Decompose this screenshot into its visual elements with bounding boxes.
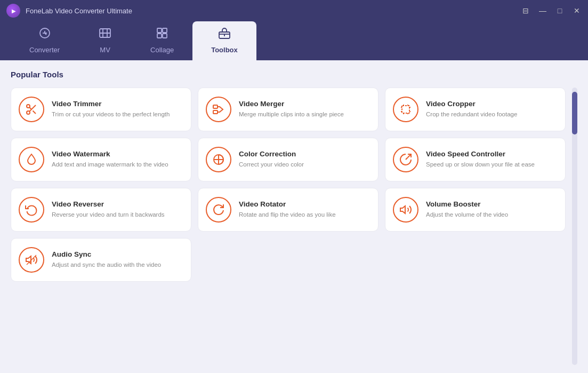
titlebar: FoneLab Video Converter Ultimate ⊟ — □ ✕ — [0, 0, 588, 21]
tool-card-volume-booster[interactable]: Volume Booster Adjust the volume of the … — [385, 188, 566, 232]
svg-rect-5 — [163, 34, 167, 38]
converter-label: Converter — [29, 46, 60, 54]
audio-sync-info: Audio Sync Adjust and sync the audio wit… — [52, 250, 183, 269]
captions-button[interactable]: ⊟ — [521, 6, 530, 15]
svg-rect-4 — [157, 34, 162, 38]
tools-grid: Video Trimmer Trim or cut your videos to… — [11, 88, 570, 365]
tab-toolbox[interactable]: Toolbox — [192, 21, 256, 60]
video-rotator-name: Video Rotator — [239, 200, 370, 208]
svg-rect-10 — [213, 110, 218, 114]
color-correction-info: Color Correction Correct your video colo… — [239, 150, 370, 169]
app-logo — [6, 4, 20, 18]
tool-card-video-watermark[interactable]: Video Watermark Add text and image water… — [11, 138, 191, 181]
converter-icon — [38, 27, 51, 43]
collage-icon — [156, 27, 168, 43]
video-watermark-info: Video Watermark Add text and image water… — [52, 150, 183, 169]
video-trimmer-info: Video Trimmer Trim or cut your videos to… — [52, 100, 183, 118]
video-speed-controller-desc: Speed up or slow down your file at ease — [426, 160, 558, 169]
tool-card-video-merger[interactable]: Video Merger Merge multiple clips into a… — [198, 88, 378, 131]
tools-area: Video Trimmer Trim or cut your videos to… — [11, 88, 577, 365]
svg-point-8 — [27, 111, 30, 114]
volume-booster-name: Volume Booster — [426, 200, 558, 208]
video-watermark-icon — [19, 147, 44, 172]
mv-label: MV — [100, 46, 110, 54]
svg-rect-9 — [213, 105, 218, 108]
tool-card-video-rotator[interactable]: Video Rotator Rotate and flip the video … — [198, 188, 378, 232]
video-speed-controller-icon — [393, 147, 418, 172]
audio-sync-icon — [19, 247, 44, 273]
tab-converter[interactable]: Converter — [11, 21, 78, 60]
svg-rect-3 — [163, 28, 167, 33]
section-title: Popular Tools — [11, 70, 577, 79]
video-cropper-name: Video Cropper — [426, 100, 558, 108]
toolbox-label: Toolbox — [211, 46, 238, 54]
video-reverser-name: Video Reverser — [52, 200, 183, 208]
tool-card-video-reverser[interactable]: Video Reverser Reverse your video and tu… — [11, 188, 191, 232]
toolbox-icon — [218, 27, 231, 43]
video-trimmer-desc: Trim or cut your videos to the perfect l… — [52, 110, 183, 118]
tool-card-color-correction[interactable]: Color Correction Correct your video colo… — [198, 138, 378, 181]
video-reverser-info: Video Reverser Reverse your video and tu… — [52, 200, 183, 219]
video-merger-info: Video Merger Merge multiple clips into a… — [239, 100, 370, 118]
svg-rect-11 — [402, 106, 409, 113]
svg-rect-2 — [157, 28, 162, 33]
svg-point-7 — [27, 105, 30, 108]
scrollbar-track[interactable] — [572, 88, 577, 365]
audio-sync-name: Audio Sync — [52, 250, 183, 258]
video-rotator-icon — [206, 197, 231, 223]
app-title: FoneLab Video Converter Ultimate — [26, 7, 521, 15]
color-correction-desc: Correct your video color — [239, 160, 370, 169]
tab-collage[interactable]: Collage — [132, 21, 192, 60]
video-watermark-desc: Add text and image watermark to the vide… — [52, 160, 183, 169]
window-controls: ⊟ — □ ✕ — [521, 6, 582, 15]
video-reverser-icon — [19, 197, 44, 223]
video-speed-controller-name: Video Speed Controller — [426, 150, 558, 158]
close-button[interactable]: ✕ — [572, 6, 582, 15]
audio-sync-desc: Adjust and sync the audio with the video — [52, 260, 183, 269]
tab-mv[interactable]: MV — [78, 21, 132, 60]
nav-bar: Converter MV Collage — [0, 21, 588, 60]
volume-booster-info: Volume Booster Adjust the volume of the … — [426, 200, 558, 219]
video-merger-name: Video Merger — [239, 100, 370, 108]
volume-booster-desc: Adjust the volume of the video — [426, 210, 558, 219]
video-merger-icon — [206, 97, 231, 122]
video-cropper-desc: Crop the redundant video footage — [426, 110, 558, 118]
video-reverser-desc: Reverse your video and turn it backwards — [52, 210, 183, 219]
main-content: Popular Tools Video Trimmer Trim or cut … — [0, 60, 588, 373]
video-watermark-name: Video Watermark — [52, 150, 183, 158]
volume-booster-icon — [393, 197, 418, 223]
tool-card-video-speed-controller[interactable]: Video Speed Controller Speed up or slow … — [385, 138, 566, 181]
video-rotator-info: Video Rotator Rotate and flip the video … — [239, 200, 370, 219]
tool-card-video-trimmer[interactable]: Video Trimmer Trim or cut your videos to… — [11, 88, 191, 131]
collage-label: Collage — [150, 46, 174, 54]
minimize-button[interactable]: — — [538, 6, 547, 15]
svg-marker-13 — [400, 206, 405, 213]
video-cropper-info: Video Cropper Crop the redundant video f… — [426, 100, 558, 118]
color-correction-name: Color Correction — [239, 150, 370, 158]
video-trimmer-icon — [19, 97, 44, 122]
video-speed-controller-info: Video Speed Controller Speed up or slow … — [426, 150, 558, 169]
video-cropper-icon — [393, 97, 418, 122]
tool-card-audio-sync[interactable]: Audio Sync Adjust and sync the audio wit… — [11, 238, 191, 282]
mv-icon — [99, 27, 111, 43]
scrollbar-thumb[interactable] — [572, 92, 577, 134]
video-rotator-desc: Rotate and flip the video as you like — [239, 210, 370, 219]
video-trimmer-name: Video Trimmer — [52, 100, 183, 108]
color-correction-icon — [206, 147, 231, 172]
tool-card-video-cropper[interactable]: Video Cropper Crop the redundant video f… — [385, 88, 566, 131]
video-merger-desc: Merge multiple clips into a single piece — [239, 110, 370, 118]
maximize-button[interactable]: □ — [555, 6, 565, 15]
